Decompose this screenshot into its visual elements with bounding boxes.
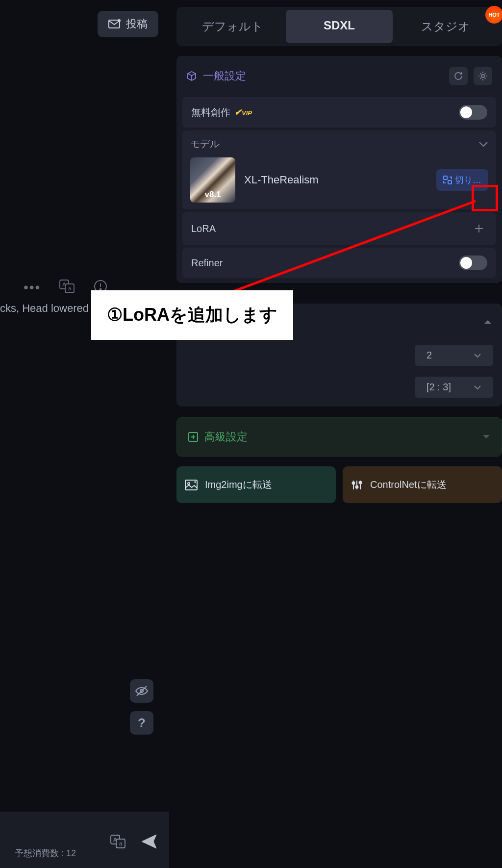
controlnet-label: ControlNetに転送 [370, 478, 447, 491]
post-button[interactable]: 投稿 [98, 11, 158, 37]
svg-point-30 [356, 485, 358, 488]
free-creation-toggle[interactable] [459, 105, 487, 120]
expand-icon [188, 432, 199, 442]
free-creation-row: 無料創作 ✔VIP [182, 97, 496, 128]
cube-icon [186, 71, 197, 81]
count-row: 2 [182, 341, 496, 370]
model-version: v8.1 [190, 190, 235, 200]
consume-label: 予想消費数 : 12 [15, 847, 76, 859]
envelope-icon [108, 19, 121, 29]
ratio-row: [2 : 3] [182, 373, 496, 402]
tab-sdxl[interactable]: SDXL [286, 10, 392, 43]
general-title: 一般設定 [203, 69, 443, 83]
advanced-title: 高級設定 [204, 430, 476, 444]
model-thumbnail[interactable]: v8.1 [190, 157, 235, 203]
model-label: モデル [190, 137, 220, 151]
svg-point-29 [352, 482, 355, 484]
refiner-label: Refiner [191, 257, 223, 269]
swap-icon [443, 176, 452, 184]
add-lora-button[interactable] [471, 220, 487, 237]
sliders-icon [351, 479, 363, 491]
img2img-label: Img2imgに転送 [205, 478, 272, 491]
help-button[interactable]: ? [130, 711, 153, 735]
translate-icon-bottom[interactable]: Aa [110, 835, 126, 848]
image-icon [184, 479, 198, 491]
post-label: 投稿 [126, 17, 148, 31]
svg-text:A: A [113, 837, 117, 842]
annotation-label: ①LoRAを追加します [91, 290, 293, 340]
refresh-icon [453, 71, 463, 81]
controlnet-transfer-button[interactable]: ControlNetに転送 [343, 466, 502, 503]
bottom-bar: 予想消費数 : 12 Aa [0, 812, 169, 868]
svg-point-1 [118, 19, 121, 22]
svg-rect-17 [448, 180, 452, 184]
svg-point-31 [359, 481, 362, 484]
tab-default[interactable]: デフォルト [179, 10, 286, 43]
svg-point-15 [481, 75, 484, 77]
refiner-row: Refiner [182, 248, 496, 278]
question-icon: ? [138, 715, 146, 731]
chevron-down-icon [474, 385, 481, 390]
model-name: XL-TheRealism [244, 174, 427, 186]
translate-icon[interactable]: Aa [59, 280, 75, 293]
advanced-settings-panel[interactable]: 高級設定 [176, 417, 502, 457]
more-icon[interactable]: ••• [24, 280, 41, 295]
free-creation-label: 無料創作 [191, 106, 230, 119]
chevron-down-icon [474, 353, 481, 358]
svg-rect-16 [444, 176, 447, 179]
switch-model-button[interactable]: 切り… [436, 169, 488, 191]
gear-icon [478, 71, 488, 81]
count-selector[interactable]: 2 [415, 345, 493, 366]
svg-text:A: A [62, 281, 66, 287]
svg-point-25 [188, 483, 190, 485]
ratio-value: [2 : 3] [427, 382, 451, 393]
chevron-down-icon[interactable] [478, 141, 488, 147]
img2img-transfer-button[interactable]: Img2imgに転送 [176, 466, 336, 503]
lora-label: LoRA [191, 223, 216, 234]
settings-button[interactable] [474, 67, 492, 85]
plus-icon [474, 224, 484, 233]
mode-tabs: デフォルト SDXL スタジオ HOT [176, 7, 502, 46]
send-icon[interactable] [141, 834, 158, 849]
svg-text:a: a [119, 841, 123, 846]
hot-badge: HOT [485, 6, 502, 24]
refresh-button[interactable] [449, 67, 468, 85]
model-section: モデル v8.1 XL-TheRealism 切り… [182, 130, 496, 209]
collapse-icon[interactable] [483, 319, 492, 325]
visibility-toggle[interactable] [130, 679, 153, 703]
general-settings-panel: 一般設定 無料創作 ✔VIP モデル v8.1 [176, 56, 502, 283]
chevron-down-icon [482, 434, 491, 440]
count-value: 2 [427, 350, 432, 361]
vip-badge: ✔VIP [234, 107, 252, 118]
eye-off-icon [135, 685, 149, 697]
tab-studio[interactable]: スタジオ HOT [393, 10, 499, 43]
ratio-selector[interactable]: [2 : 3] [415, 377, 493, 398]
lora-row: LoRA [182, 212, 496, 245]
prompt-text-fragment: cks, Head lowered [0, 302, 89, 315]
svg-text:a: a [68, 285, 72, 291]
refiner-toggle[interactable] [459, 255, 487, 270]
